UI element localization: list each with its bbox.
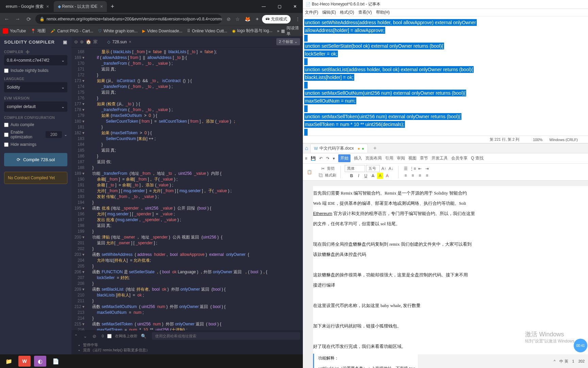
ime-indicator[interactable]: 中 英 — [559, 359, 568, 364]
copy-icon[interactable]: ⿻ — [318, 172, 324, 179]
wps-new-tab[interactable]: + — [370, 144, 380, 153]
dropdown-icon[interactable]: ▾ — [333, 156, 335, 161]
ext-icon[interactable]: 🦊 — [245, 16, 250, 22]
bookmark-item[interactable]: ⠿Online Video Cutt... — [187, 29, 227, 33]
close-icon[interactable]: × — [100, 4, 103, 9]
compile-button[interactable]: ⟳Compile 728.sol — [4, 153, 67, 166]
ribbon-tab[interactable]: 引用 — [385, 155, 393, 161]
indent-right-icon[interactable]: ⇥ — [424, 166, 430, 172]
tag-badge[interactable]: 2 个标签 ⌄ — [276, 38, 300, 45]
notepad-menu-item[interactable]: 编辑(E) — [322, 10, 336, 15]
notepad-menu-item[interactable]: 格式(O) — [340, 10, 354, 15]
optimize-checkbox[interactable] — [4, 133, 9, 137]
bookmark-item[interactable]: ♡White graph icon... — [98, 29, 137, 33]
indent-left-icon[interactable]: ⇤ — [417, 166, 423, 172]
ribbon-tab[interactable]: Q 查找 — [471, 155, 484, 161]
zoom-in-icon[interactable]: ⊕ — [80, 39, 84, 44]
new-tab-button[interactable]: + — [108, 3, 117, 10]
collapse-icon[interactable]: ▣ — [63, 40, 67, 45]
close-button[interactable]: ✕ — [287, 1, 303, 12]
plus-icon[interactable]: ➕ — [26, 50, 30, 54]
close-icon[interactable]: × — [129, 40, 131, 44]
wps-icon[interactable]: W — [18, 356, 31, 367]
notepad-menu-item[interactable]: 文件(F) — [305, 10, 318, 15]
font-color-icon[interactable]: A — [384, 173, 390, 179]
notepad-menu-item[interactable]: 查看(V) — [358, 10, 372, 15]
bookmark-item[interactable]: YouTube — [3, 28, 26, 34]
ribbon-tab[interactable]: 视图 — [408, 155, 416, 161]
language-select[interactable]: Solidity⌄ — [4, 82, 67, 92]
terminal-search-input[interactable] — [152, 332, 300, 340]
clear-icon[interactable]: ⊘ — [93, 334, 96, 339]
ribbon-tab[interactable]: 章节 — [420, 155, 428, 161]
ribbon-tab[interactable]: 页面布局 — [365, 155, 382, 161]
undo-icon[interactable]: ↶ — [319, 156, 323, 161]
bookmark-item[interactable]: 🥕Carrot PNG - Cart... — [50, 29, 93, 33]
save-icon[interactable]: 💾 — [311, 156, 316, 161]
strike-icon[interactable]: A̶ — [370, 173, 376, 179]
browser-tab-0[interactable]: ereum - Google 搜索× — [2, 1, 53, 12]
highlight-icon[interactable]: A — [377, 173, 383, 179]
browser-tab-1[interactable]: ◆ Remix - 以太坊 IDE× — [54, 1, 107, 12]
search-icon[interactable]: 🔍 — [141, 334, 146, 339]
file-explorer-icon[interactable]: 📁 — [3, 356, 15, 367]
back-button[interactable]: ← — [3, 16, 11, 22]
align-left-icon[interactable]: ≡ — [403, 172, 409, 179]
close-icon[interactable]: × — [46, 4, 49, 9]
reading-list[interactable]: »▦阅读清单 — [277, 25, 300, 37]
underline-icon[interactable]: U — [363, 173, 369, 179]
address-bar[interactable]: 🔒 remix.ethereum.org/#optimize=false&run… — [35, 14, 222, 24]
notepad-icon[interactable]: 📄 — [50, 356, 62, 367]
decrease-font-icon[interactable]: A↓ — [388, 166, 394, 172]
listen-checkbox[interactable] — [107, 334, 112, 338]
ribbon-tab[interactable]: 审阅 — [397, 155, 405, 161]
nightly-checkbox[interactable] — [4, 68, 9, 73]
hidewarn-checkbox[interactable] — [4, 142, 9, 147]
italic-icon[interactable]: I — [356, 173, 362, 179]
chevron-down-icon[interactable]: ⌄ — [83, 334, 87, 339]
evm-select[interactable]: compiler default⌄ — [4, 102, 67, 112]
align-right-icon[interactable]: ≡ — [417, 172, 423, 179]
forward-button[interactable]: → — [14, 16, 22, 22]
ribbon-tab[interactable]: 会员专享 — [451, 155, 468, 161]
ribbon-tab[interactable]: 插入 — [354, 155, 362, 161]
home-icon[interactable]: 🏠 — [86, 39, 91, 44]
chevron-up-icon[interactable]: ⌃ — [74, 334, 78, 339]
ribbon-tab[interactable]: 开始 — [338, 154, 350, 162]
numlist-icon[interactable]: ⋮≡ — [410, 166, 416, 172]
autocompile-checkbox[interactable] — [4, 123, 9, 127]
block-icon[interactable]: ⊘ — [227, 16, 231, 22]
zoom-out-icon[interactable]: ⊖ — [74, 39, 78, 44]
size-select[interactable]: 五号 — [366, 165, 380, 172]
redo-icon[interactable]: ↷ — [326, 156, 329, 161]
list-icon[interactable]: ☰ — [403, 166, 409, 172]
wps-doc-tab[interactable]: W中文代码字幕.docx●● — [310, 144, 368, 153]
reload-button[interactable]: ⟳ — [24, 16, 33, 22]
extensions-icon[interactable]: ✦ — [255, 16, 259, 22]
bold-icon[interactable]: B — [348, 173, 355, 179]
file-tab[interactable]: ◇728.sun× — [104, 40, 134, 44]
code-content[interactable]: 显示 ( blackLists [ _from ] = false || bla… — [88, 48, 303, 331]
maximize-button[interactable]: ▢ — [272, 1, 287, 12]
compiler-version-select[interactable]: 0.8.4+commit.c7e474f2⌄ — [4, 55, 67, 65]
paste-icon[interactable]: 📋 — [306, 169, 312, 175]
minimize-button[interactable]: — — [256, 1, 272, 12]
runs-input[interactable]: 200 — [46, 131, 62, 138]
bookmark-icon[interactable]: ☆ — [235, 16, 240, 22]
align-center-icon[interactable]: ≡ — [410, 172, 416, 179]
bookmark-item[interactable]: ◉logo 制作器与 log... — [232, 28, 272, 34]
ribbon-tab[interactable]: 开发工具 — [431, 155, 448, 161]
increase-font-icon[interactable]: A↑ — [381, 166, 387, 172]
tray-up-icon[interactable]: ^ — [554, 359, 555, 363]
wps-home-icon[interactable]: ⌂ — [305, 145, 308, 151]
app-icon[interactable]: ◐ — [34, 356, 46, 367]
cut-icon[interactable]: ✂ — [320, 166, 326, 172]
notepad-content[interactable]: unction setWhiteAddress(address holder, … — [303, 16, 588, 136]
menu-icon[interactable]: ⋮ — [295, 16, 300, 22]
bookmark-item[interactable]: 📍地图 — [31, 28, 46, 34]
menu-icon[interactable]: ≡ — [305, 156, 307, 161]
font-select[interactable]: 黑体 — [345, 165, 365, 172]
justify-icon[interactable]: ≡ — [424, 172, 430, 179]
notepad-menu-item[interactable]: 帮助(H) — [376, 10, 390, 15]
bookmark-item[interactable]: ▶Video Downloade... — [142, 29, 182, 33]
